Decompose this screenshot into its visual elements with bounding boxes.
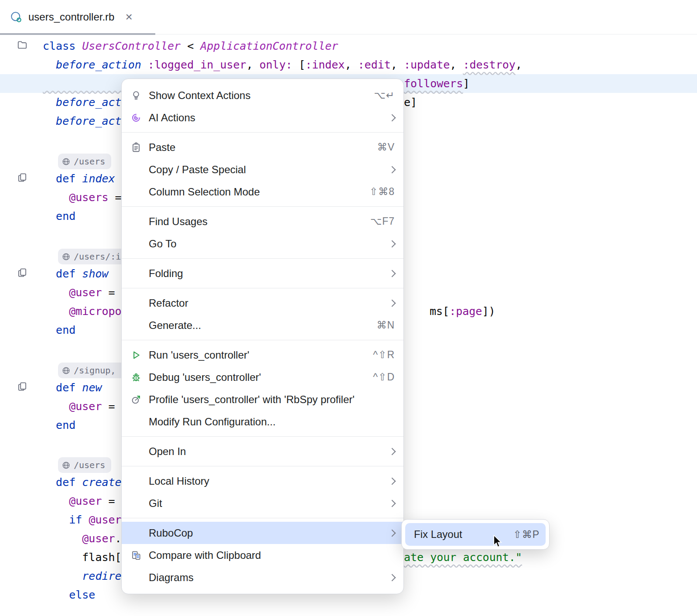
menu-item-label: Diagrams: [149, 572, 383, 584]
endpoint-badge[interactable]: /users: [58, 154, 111, 169]
code-token: def: [56, 172, 82, 185]
code-line[interactable]: before_act: [43, 112, 122, 130]
code-token: new: [82, 381, 102, 394]
code-token: else: [69, 589, 95, 601]
compare-icon: [130, 550, 149, 561]
editor-tab-bar: users_controller.rb ×: [0, 0, 697, 34]
menu-item-local-history[interactable]: Local History: [122, 470, 403, 492]
menu-item-label: Run 'users_controller': [149, 349, 367, 361]
copy-icon[interactable]: [17, 267, 28, 278]
mouse-cursor: [493, 535, 504, 548]
code-line[interactable]: @users =: [43, 188, 122, 207]
menu-item-go-to[interactable]: Go To: [122, 233, 403, 255]
code-token: ate your account.": [404, 551, 522, 564]
menu-item-open-in[interactable]: Open In: [122, 440, 403, 462]
menu-item-generate[interactable]: Generate...⌘N: [122, 314, 403, 336]
tab-close-icon[interactable]: ×: [125, 11, 132, 23]
ruby-controller-icon: [10, 10, 23, 24]
chevron-right-icon: [389, 477, 396, 485]
menu-item-column-selection-mode[interactable]: Column Selection Mode⇧⌘8: [122, 181, 403, 203]
code-line[interactable]: end: [43, 416, 75, 435]
endpoint-badge-label: /signup, .: [74, 363, 126, 378]
code-line[interactable]: class UsersController < ApplicationContr…: [43, 37, 338, 55]
code-token: ApplicationController: [200, 40, 338, 52]
globe-icon: [62, 461, 70, 469]
code-line[interactable]: before_action :logged_in_user, only: [:i…: [43, 55, 522, 74]
code-line[interactable]: flash[: [43, 548, 122, 567]
code-token: [43, 381, 56, 394]
code-token: ,: [516, 58, 522, 71]
code-line[interactable]: def index: [43, 169, 115, 188]
menu-item-ai-actions[interactable]: AI Actions: [122, 106, 403, 129]
chevron-right-icon: [389, 448, 396, 455]
code-token: def: [56, 381, 82, 394]
menu-item-profile-users-controller-with-rbspy-profiler[interactable]: Profile 'users_controller' with 'RbSpy p…: [122, 388, 403, 411]
code-token: :page: [449, 305, 482, 318]
menu-item-label: Find Usages: [149, 216, 364, 228]
code-token: :destroy: [463, 58, 515, 71]
menu-item-folding[interactable]: Folding: [122, 262, 403, 284]
menu-item-label: Modify Run Configuration...: [149, 416, 395, 428]
tab-users-controller[interactable]: users_controller.rb ×: [10, 5, 133, 29]
menu-item-rubocop[interactable]: RuboCop: [122, 522, 403, 544]
chevron-right-icon: [389, 270, 396, 277]
code-token: end: [56, 324, 75, 336]
code-line[interactable]: @user =: [43, 283, 115, 302]
code-line[interactable]: ate your account.": [404, 548, 522, 567]
menu-separator: [122, 466, 403, 466]
endpoint-badge[interactable]: /users: [58, 457, 111, 473]
code-line[interactable]: if @user: [43, 510, 122, 529]
globe-icon: [62, 253, 70, 261]
chevron-right-icon: [389, 299, 396, 307]
menu-item-label: RuboCop: [149, 527, 383, 539]
menu-item-debug-users-controller[interactable]: Debug 'users_controller'^⇧D: [122, 366, 403, 388]
code-line[interactable]: def create: [43, 473, 122, 492]
code-line[interactable]: redire: [43, 567, 122, 585]
folder-icon[interactable]: [17, 39, 28, 51]
code-token: [43, 513, 69, 526]
menu-item-paste[interactable]: Paste⌘V: [122, 136, 403, 158]
code-line[interactable]: else: [43, 585, 95, 604]
submenu-item-fix-layout[interactable]: Fix Layout⇧⌘P: [405, 523, 546, 546]
code-line[interactable]: @micropo: [43, 302, 122, 321]
code-line[interactable]: def show: [43, 264, 109, 283]
menu-item-label: Refactor: [149, 297, 383, 309]
code-token: [43, 324, 56, 336]
code-line[interactable]: @user =: [43, 397, 115, 416]
code-line[interactable]: @user.: [43, 529, 122, 548]
code-token: [43, 191, 69, 204]
copy-icon[interactable]: [17, 172, 28, 183]
code-line[interactable]: followers]: [404, 74, 470, 93]
menu-item-label: Local History: [149, 475, 383, 487]
code-line[interactable]: end: [43, 321, 75, 339]
menu-item-copy-paste-special[interactable]: Copy / Paste Special: [122, 158, 403, 181]
code-token: create: [82, 476, 121, 489]
code-line[interactable]: e]: [404, 93, 417, 112]
code-token: index: [82, 172, 115, 185]
code-line[interactable]: [43, 74, 122, 93]
code-line[interactable]: def new: [43, 378, 102, 397]
chevron-right-icon: [389, 529, 396, 537]
code-token: UsersController: [82, 40, 181, 52]
copy-icon[interactable]: [17, 381, 28, 392]
code-line[interactable]: ms[:page]): [430, 302, 495, 321]
menu-item-label: Open In: [149, 445, 383, 458]
code-line[interactable]: @user =: [43, 492, 115, 510]
code-token: flash[: [43, 551, 122, 564]
menu-item-refactor[interactable]: Refactor: [122, 292, 403, 314]
menu-item-modify-run-configuration[interactable]: Modify Run Configuration...: [122, 411, 403, 433]
menu-item-find-usages[interactable]: Find Usages⌥F7: [122, 210, 403, 233]
menu-item-show-context-actions[interactable]: Show Context Actions⌥↵: [122, 84, 403, 106]
code-line[interactable]: end: [43, 207, 75, 226]
code-token: [43, 115, 56, 127]
code-line[interactable]: before_act: [43, 93, 122, 112]
menu-item-label: AI Actions: [149, 112, 383, 124]
menu-item-compare-with-clipboard[interactable]: Compare with Clipboard: [122, 544, 403, 566]
endpoint-badge-label: /users: [74, 457, 105, 473]
menu-item-diagrams[interactable]: Diagrams: [122, 566, 403, 589]
code-token: ,: [391, 58, 404, 71]
menu-item-git[interactable]: Git: [122, 492, 403, 514]
menu-item-run-users-controller[interactable]: Run 'users_controller'^⇧R: [122, 344, 403, 366]
menu-item-label: Debug 'users_controller': [149, 371, 367, 383]
menu-separator: [122, 132, 403, 133]
